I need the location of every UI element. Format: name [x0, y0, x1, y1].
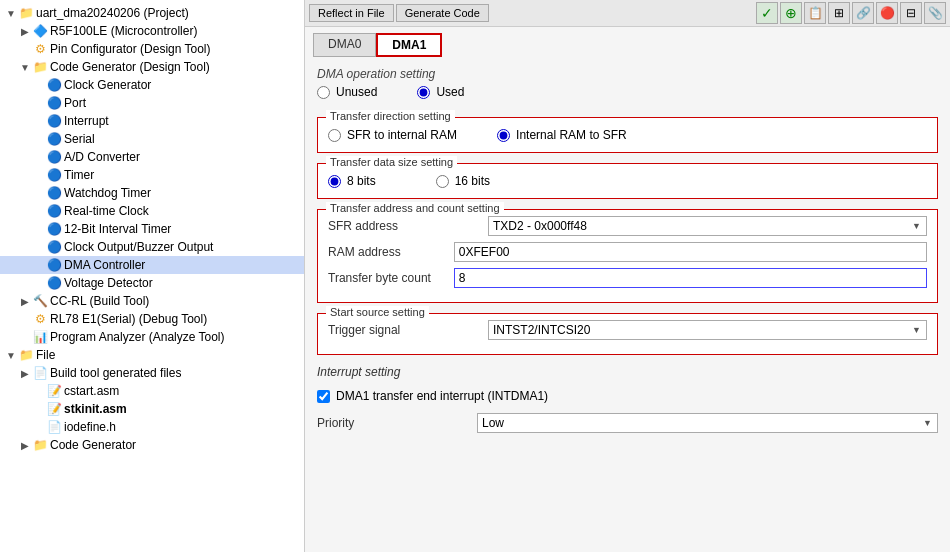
dma-interrupt-label: DMA1 transfer end interrupt (INTDMA1) [336, 389, 548, 403]
used-label: Used [436, 85, 464, 99]
analyzer-icon: 📊 [32, 329, 48, 345]
sidebar-item-rtclock[interactable]: 🔵 Real-time Clock [0, 202, 304, 220]
reflect-button[interactable]: Reflect in File [309, 4, 394, 22]
priority-label: Priority [317, 416, 477, 430]
unused-radio[interactable] [317, 86, 330, 99]
8bits-radio[interactable] [328, 175, 341, 188]
operation-row: Unused Used [317, 81, 938, 105]
transfer-count-row: Transfer byte count [328, 268, 927, 288]
sidebar-item-ad[interactable]: 🔵 A/D Converter [0, 148, 304, 166]
sidebar-item-label: Program Analyzer (Analyze Tool) [50, 330, 225, 344]
operation-setting-label: DMA operation setting [317, 67, 435, 81]
sidebar-item-label: iodefine.h [64, 420, 116, 434]
codegen-icon: 📁 [32, 59, 48, 75]
sidebar-item-label: Voltage Detector [64, 276, 153, 290]
interrupt-title: Interrupt setting [317, 365, 938, 379]
expand-pin-icon [18, 42, 32, 56]
sidebar-item-label: Watchdog Timer [64, 186, 151, 200]
sfr-to-ram-radio-group: SFR to internal RAM [328, 128, 457, 142]
priority-dropdown-wrap: Low [477, 413, 938, 433]
ram-to-sfr-radio[interactable] [497, 129, 510, 142]
toolbar-icon-8[interactable]: 📎 [924, 2, 946, 24]
dma-tab-bar: DMA0 DMA1 [305, 27, 950, 57]
unused-radio-group: Unused [317, 85, 377, 99]
sidebar-item-project[interactable]: ▼ 📁 uart_dma20240206 (Project) [0, 4, 304, 22]
16bits-radio[interactable] [436, 175, 449, 188]
ram-to-sfr-radio-group: Internal RAM to SFR [497, 128, 627, 142]
interrupt-section: Interrupt setting DMA1 transfer end inte… [317, 365, 938, 433]
sidebar-item-timer[interactable]: 🔵 Timer [0, 166, 304, 184]
sidebar-item-clock[interactable]: 🔵 Clock Generator [0, 76, 304, 94]
sidebar-item-label: uart_dma20240206 (Project) [36, 6, 189, 20]
expand-icon: ▼ [4, 6, 18, 20]
ram-address-label: RAM address [328, 245, 454, 259]
ram-address-input[interactable] [454, 242, 927, 262]
file-folder-icon: 📁 [18, 347, 34, 363]
sidebar-item-file[interactable]: ▼ 📁 File [0, 346, 304, 364]
sidebar-item-iodefine[interactable]: 📄 iodefine.h [0, 418, 304, 436]
expand-codegen-icon: ▼ [18, 60, 32, 74]
priority-dropdown[interactable]: Low [477, 413, 938, 433]
sidebar-item-clock-output[interactable]: 🔵 Clock Output/Buzzer Output [0, 238, 304, 256]
sidebar-item-interval[interactable]: 🔵 12-Bit Interval Timer [0, 220, 304, 238]
sidebar-item-program-analyzer[interactable]: 📊 Program Analyzer (Analyze Tool) [0, 328, 304, 346]
toolbar-icon-7[interactable]: ⊟ [900, 2, 922, 24]
cstart-icon: 📝 [46, 383, 62, 399]
sidebar-item-cstart[interactable]: 📝 cstart.asm [0, 382, 304, 400]
sfr-address-row: SFR address TXD2 - 0x000ff48 [328, 216, 927, 236]
toolbar-icon-3[interactable]: 📋 [804, 2, 826, 24]
sidebar-item-interrupt[interactable]: 🔵 Interrupt [0, 112, 304, 130]
sidebar-item-label: Port [64, 96, 86, 110]
cc-rl-icon: 🔨 [32, 293, 48, 309]
port-icon: 🔵 [46, 95, 62, 111]
8bits-label: 8 bits [347, 174, 376, 188]
dma-interrupt-checkbox[interactable] [317, 390, 330, 403]
transfer-direction-label: Transfer direction setting [326, 110, 455, 122]
priority-row: Priority Low [317, 413, 938, 433]
sidebar-item-watchdog[interactable]: 🔵 Watchdog Timer [0, 184, 304, 202]
trigger-label: Trigger signal [328, 323, 488, 337]
sidebar-item-port[interactable]: 🔵 Port [0, 94, 304, 112]
interrupt-icon: 🔵 [46, 113, 62, 129]
transfer-address-section: Transfer address and count setting SFR a… [317, 209, 938, 303]
sidebar-item-label: Serial [64, 132, 95, 146]
ram-to-sfr-label: Internal RAM to SFR [516, 128, 627, 142]
sfr-address-dropdown[interactable]: TXD2 - 0x000ff48 [488, 216, 927, 236]
tab-dma1[interactable]: DMA1 [376, 33, 442, 57]
sidebar-item-label: Real-time Clock [64, 204, 149, 218]
sfr-to-ram-radio[interactable] [328, 129, 341, 142]
sidebar-item-label: stkinit.asm [64, 402, 127, 416]
tab-dma0[interactable]: DMA0 [313, 33, 376, 57]
toolbar-icon-4[interactable]: ⊞ [828, 2, 850, 24]
generate-button[interactable]: Generate Code [396, 4, 489, 22]
sidebar-item-label: Pin Configurator (Design Tool) [50, 42, 211, 56]
start-source-section: Start source setting Trigger signal INTS… [317, 313, 938, 355]
expand-clock-icon [32, 78, 46, 92]
sidebar-item-label: Clock Generator [64, 78, 151, 92]
transfer-data-size-label: Transfer data size setting [326, 156, 457, 168]
sidebar-item-stkinit[interactable]: 📝 stkinit.asm [0, 400, 304, 418]
sidebar-item-codegen[interactable]: ▼ 📁 Code Generator (Design Tool) [0, 58, 304, 76]
sidebar-item-mcu[interactable]: ▶ 🔷 R5F100LE (Microcontroller) [0, 22, 304, 40]
sidebar-item-rl78[interactable]: ⚙ RL78 E1(Serial) (Debug Tool) [0, 310, 304, 328]
toolbar-icon-5[interactable]: 🔗 [852, 2, 874, 24]
toolbar-icon-1[interactable]: ✓ [756, 2, 778, 24]
toolbar-icon-2[interactable]: ⊕ [780, 2, 802, 24]
sidebar-item-cc-rl[interactable]: ▶ 🔨 CC-RL (Build Tool) [0, 292, 304, 310]
sidebar-item-voltage[interactable]: 🔵 Voltage Detector [0, 274, 304, 292]
sidebar-item-label: DMA Controller [64, 258, 145, 272]
used-radio[interactable] [417, 86, 430, 99]
8bits-radio-group: 8 bits [328, 174, 376, 188]
trigger-dropdown[interactable]: INTST2/INTCSI20 [488, 320, 927, 340]
sidebar-item-pin-config[interactable]: ⚙ Pin Configurator (Design Tool) [0, 40, 304, 58]
start-source-label: Start source setting [326, 306, 429, 318]
sidebar-item-dma[interactable]: 🔵 DMA Controller [0, 256, 304, 274]
expand-mcu-icon: ▶ [18, 24, 32, 38]
transfer-count-input[interactable] [454, 268, 927, 288]
sidebar-item-serial[interactable]: 🔵 Serial [0, 130, 304, 148]
timer-icon: 🔵 [46, 167, 62, 183]
sidebar-item-code-gen2[interactable]: ▶ 📁 Code Generator [0, 436, 304, 454]
toolbar-icon-6[interactable]: 🔴 [876, 2, 898, 24]
sidebar-item-label: Clock Output/Buzzer Output [64, 240, 213, 254]
sidebar-item-build-files[interactable]: ▶ 📄 Build tool generated files [0, 364, 304, 382]
